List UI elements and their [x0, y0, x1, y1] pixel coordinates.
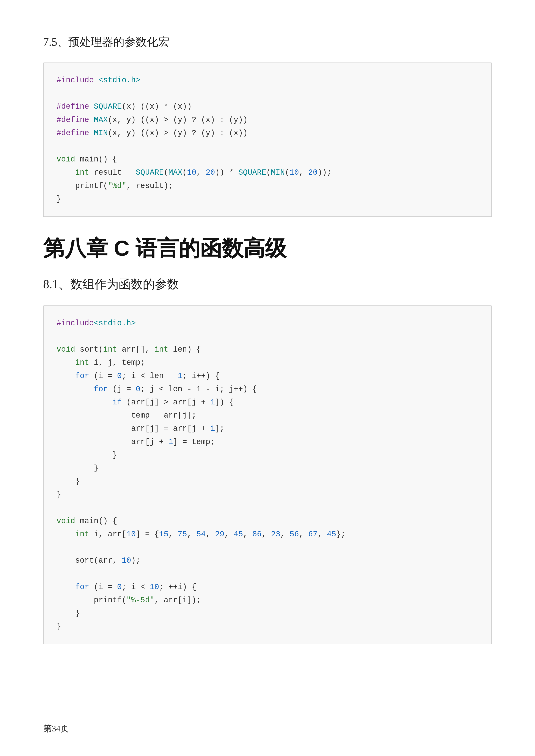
- code-block-1: #include <stdio.h> #define SQUARE(x) ((x…: [43, 63, 492, 217]
- chapter-8-title: 第八章 C 语言的函数高级: [43, 234, 492, 263]
- code-block-2: #include<stdio.h> void sort(int arr[], i…: [43, 306, 492, 645]
- section-75-title: 7.5、预处理器的参数化宏: [43, 35, 492, 50]
- page-footer: 第34页: [43, 723, 69, 735]
- section-81-title: 8.1、数组作为函数的参数: [43, 276, 492, 292]
